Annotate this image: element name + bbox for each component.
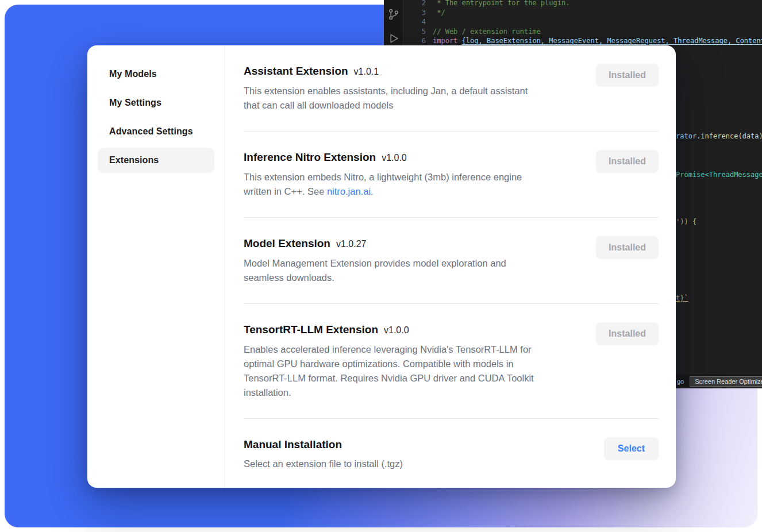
- extensions-panel: Assistant Extension v1.0.1 This extensio…: [225, 45, 676, 488]
- nitro-jan-ai-link[interactable]: nitro.jan.ai.: [327, 186, 374, 196]
- divider: [244, 131, 659, 132]
- code-line: 3 */: [404, 8, 762, 18]
- extension-description: This extension embeds Nitro, a lightweig…: [244, 170, 588, 199]
- extension-version: v1.0.0: [384, 323, 409, 338]
- source-control-icon[interactable]: [387, 8, 400, 21]
- divider: [244, 303, 659, 304]
- extension-name: Assistant Extension: [244, 64, 348, 79]
- sidebar-item-my-models[interactable]: My Models: [98, 61, 214, 87]
- code-line: 4: [404, 17, 762, 27]
- sidebar-item-my-settings[interactable]: My Settings: [98, 90, 214, 115]
- extension-description: Select an extension file to install (.tg…: [244, 457, 588, 471]
- extension-row-assistant: Assistant Extension v1.0.1 This extensio…: [244, 64, 659, 113]
- code-fragment: ')) {: [676, 218, 696, 226]
- code-fragment: Promise<ThreadMessage>: [676, 171, 762, 179]
- extension-title-row: Model Extension v1.0.27: [244, 236, 588, 252]
- installed-button[interactable]: Installed: [596, 64, 659, 87]
- code-area: 2 * The entrypoint for the plugin. 3 */ …: [404, 0, 762, 46]
- extension-name: Inference Nitro Extension: [244, 150, 376, 165]
- code-line: 2 * The entrypoint for the plugin.: [404, 0, 762, 8]
- extension-description: Enables accelerated inference leveraging…: [244, 342, 588, 400]
- installed-button[interactable]: Installed: [596, 150, 659, 173]
- extension-name: TensortRT-LLM Extension: [244, 322, 378, 337]
- settings-modal: My Models My Settings Advanced Settings …: [87, 45, 676, 488]
- line-number: 2: [404, 0, 433, 8]
- extension-description: Model Management Extension provides mode…: [244, 256, 588, 285]
- extension-version: v1.0.27: [336, 237, 366, 252]
- divider: [244, 418, 659, 419]
- extension-title-row: Manual Installation: [244, 437, 588, 452]
- extension-description: This extension enables assistants, inclu…: [244, 84, 588, 113]
- code-fragment: t}`: [676, 294, 688, 302]
- manual-installation-row: Manual Installation Select an extension …: [244, 437, 659, 471]
- extension-row-nitro: Inference Nitro Extension v1.0.0 This ex…: [244, 150, 659, 199]
- select-button[interactable]: Select: [604, 437, 659, 460]
- extension-version: v1.0.0: [382, 151, 407, 165]
- code-fragment: rator.inference(data));: [676, 132, 762, 140]
- line-number: 6: [404, 36, 433, 46]
- code-line: 6 import {log, BaseExtension, MessageEve…: [404, 36, 762, 46]
- extension-name: Manual Installation: [244, 437, 342, 452]
- settings-sidebar: My Models My Settings Advanced Settings …: [87, 45, 225, 488]
- line-number: 3: [404, 8, 433, 18]
- extension-row-model: Model Extension v1.0.27 Model Management…: [244, 236, 659, 285]
- extension-name: Model Extension: [244, 236, 330, 251]
- sidebar-item-extensions[interactable]: Extensions: [98, 148, 214, 173]
- extension-title-row: TensortRT-LLM Extension v1.0.0: [244, 322, 588, 338]
- screen-reader-status-badge[interactable]: Screen Reader Optimized: [690, 376, 762, 387]
- status-item[interactable]: go: [677, 378, 684, 385]
- divider: [244, 217, 659, 218]
- line-number: 4: [404, 17, 433, 27]
- code-line: 5 // Web / extension runtime: [404, 27, 762, 37]
- installed-button[interactable]: Installed: [596, 236, 659, 259]
- extension-row-tensorrt: TensortRT-LLM Extension v1.0.0 Enables a…: [244, 322, 659, 400]
- extension-title-row: Assistant Extension v1.0.1: [244, 64, 588, 79]
- extension-title-row: Inference Nitro Extension v1.0.0: [244, 150, 588, 165]
- installed-button[interactable]: Installed: [596, 322, 659, 345]
- line-number: 5: [404, 27, 433, 37]
- run-debug-icon[interactable]: [387, 32, 400, 45]
- sidebar-item-advanced-settings[interactable]: Advanced Settings: [98, 119, 214, 144]
- extension-version: v1.0.1: [354, 64, 379, 79]
